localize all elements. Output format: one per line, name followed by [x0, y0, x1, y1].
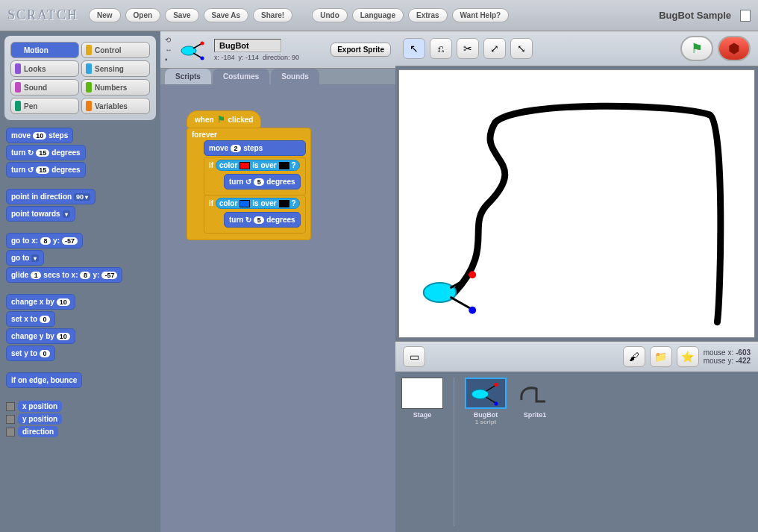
svg-line-8: [450, 297, 471, 309]
sprite-thumbnail: [178, 39, 208, 61]
tool-pointer[interactable]: ↖: [403, 38, 425, 59]
sensing-color-over-2[interactable]: coloris over?: [216, 198, 300, 209]
category-looks[interactable]: Looks: [10, 60, 79, 77]
sprite-name-field[interactable]: BugBot: [214, 39, 281, 52]
svg-point-9: [469, 307, 476, 314]
reporter-x-position[interactable]: x position: [6, 401, 154, 412]
tab-sounds[interactable]: Sounds: [271, 69, 319, 84]
choose-sprite-button[interactable]: 📁: [650, 346, 672, 367]
block-turn-cw[interactable]: turn ↻15degrees: [6, 145, 86, 160]
block-edge-bounce[interactable]: if on edge, bounce: [6, 372, 82, 388]
stage-toolbar: ↖ ⎌ ✂ ⤢ ⤡ ⚑ ⬢: [395, 31, 758, 66]
motion-palette: move10steps turn ↻15degrees turn ↺15degr…: [4, 126, 156, 448]
block-point-towards[interactable]: point towards: [6, 206, 75, 222]
save-as-button[interactable]: Save As: [204, 8, 249, 22]
mouse-coords: mouse x: -603 mouse y: -422: [704, 348, 751, 365]
tool-grow[interactable]: ⤢: [483, 38, 506, 59]
help-button[interactable]: Want Help?: [452, 8, 510, 22]
block-set-y[interactable]: set y to0: [6, 345, 55, 361]
script-stack[interactable]: when⚑clicked forever move2steps if color…: [187, 110, 311, 240]
block-point-direction[interactable]: point in direction90: [6, 189, 95, 204]
script-area[interactable]: when⚑clicked forever move2steps if color…: [160, 84, 395, 532]
block-set-x[interactable]: set x to0: [6, 311, 55, 327]
rotate-flip-icon[interactable]: ↔: [165, 46, 172, 54]
category-variables[interactable]: Variables: [81, 98, 150, 114]
svg-line-11: [486, 386, 495, 392]
svg-line-13: [486, 397, 495, 403]
extras-button[interactable]: Extras: [408, 8, 448, 22]
sprite-header: ⟲ ↔ ▪ BugBot x: -184 y: -114 direction: …: [160, 31, 395, 69]
reporter-direction[interactable]: direction: [6, 426, 154, 437]
below-stage-bar: ▭ 🖌 📁 ⭐ mouse x: -603 mouse y: -422: [395, 341, 758, 372]
sprite-position-readout: x: -184 y: -114 direction: 90: [214, 54, 325, 61]
share-button[interactable]: Share!: [253, 8, 292, 22]
block-forever[interactable]: forever move2steps if coloris over? turn…: [187, 128, 311, 240]
category-sound[interactable]: Sound: [10, 79, 79, 96]
stop-button[interactable]: ⬢: [718, 36, 751, 61]
presentation-button[interactable]: ▭: [403, 346, 425, 367]
flag-icon: ⚑: [217, 114, 225, 125]
block-change-y[interactable]: change y by10: [6, 328, 75, 344]
svg-point-4: [201, 56, 204, 60]
paint-new-sprite-button[interactable]: 🖌: [623, 346, 645, 367]
reporter-y-position[interactable]: y position: [6, 413, 154, 425]
block-turn-cw-5[interactable]: turn ↻5degrees: [224, 212, 301, 228]
hat-when-flag-clicked[interactable]: when⚑clicked: [187, 110, 261, 128]
tab-costumes[interactable]: Costumes: [213, 69, 269, 84]
export-sprite-button[interactable]: Export Sprite: [331, 43, 391, 57]
editor-tabs: Scripts Costumes Sounds: [160, 69, 395, 84]
svg-point-7: [469, 271, 476, 278]
block-if-1[interactable]: if coloris over? turn ↺5degrees: [204, 157, 306, 195]
tool-cut[interactable]: ✂: [457, 38, 479, 59]
stage-thumb[interactable]: Stage: [401, 378, 443, 526]
category-numbers[interactable]: Numbers: [81, 79, 150, 96]
svg-point-5: [424, 283, 457, 302]
stage-column: ↖ ⎌ ✂ ⤢ ⤡ ⚑ ⬢ ▭ 🖌 📁 ⭐: [395, 31, 758, 532]
scratch-logo: SCRATCH: [7, 7, 78, 23]
tab-scripts[interactable]: Scripts: [165, 69, 211, 84]
block-goto-xy[interactable]: go to x:8y:-57: [6, 233, 83, 248]
undo-button[interactable]: Undo: [312, 8, 348, 22]
category-sensing[interactable]: Sensing: [81, 60, 150, 77]
stage[interactable]: [398, 69, 755, 338]
notes-icon[interactable]: [740, 10, 751, 22]
tool-shrink[interactable]: ⤡: [510, 38, 533, 59]
rotate-none-icon[interactable]: ▪: [165, 55, 172, 63]
surprise-sprite-button[interactable]: ⭐: [677, 346, 699, 367]
sensing-color-over-1[interactable]: coloris over?: [216, 160, 300, 171]
language-button[interactable]: Language: [352, 8, 404, 22]
block-change-x[interactable]: change x by10: [6, 294, 75, 310]
block-goto[interactable]: go to: [6, 250, 44, 266]
svg-point-2: [201, 41, 204, 45]
script-column: ⟲ ↔ ▪ BugBot x: -184 y: -114 direction: …: [160, 31, 395, 532]
block-turn-ccw-5[interactable]: turn ↺5degrees: [224, 174, 301, 190]
block-if-2[interactable]: if coloris over? turn ↻5degrees: [204, 195, 306, 234]
block-turn-ccw[interactable]: turn ↺15degrees: [6, 162, 86, 178]
new-button[interactable]: New: [89, 8, 121, 22]
open-button[interactable]: Open: [125, 8, 161, 22]
block-move-2[interactable]: move2steps: [204, 140, 306, 156]
category-pen[interactable]: Pen: [10, 98, 79, 114]
rotate-free-icon[interactable]: ⟲: [165, 36, 172, 44]
block-glide[interactable]: glide1secs to x:8y:-57: [6, 267, 122, 283]
sprite-item-sprite1[interactable]: Sprite1: [514, 378, 556, 526]
project-title: BugBot Sample: [659, 10, 731, 21]
block-move-steps[interactable]: move10steps: [6, 128, 73, 143]
category-selector: Motion Control Looks Sensing Sound Numbe…: [4, 36, 156, 120]
sprite-item-bugbot[interactable]: BugBot 1 script: [465, 378, 507, 526]
category-control[interactable]: Control: [81, 42, 150, 58]
svg-point-12: [494, 383, 498, 387]
block-palette-column: Motion Control Looks Sensing Sound Numbe…: [0, 31, 160, 532]
svg-point-14: [494, 401, 498, 405]
top-toolbar: SCRATCH New Open Save Save As Share! Und…: [0, 0, 758, 31]
green-flag-button[interactable]: ⚑: [680, 36, 713, 61]
tool-stamp[interactable]: ⎌: [430, 38, 452, 59]
save-button[interactable]: Save: [165, 8, 198, 22]
sprite-list: Stage BugBot 1 script Sprite1: [395, 372, 758, 532]
category-motion[interactable]: Motion: [10, 42, 79, 58]
